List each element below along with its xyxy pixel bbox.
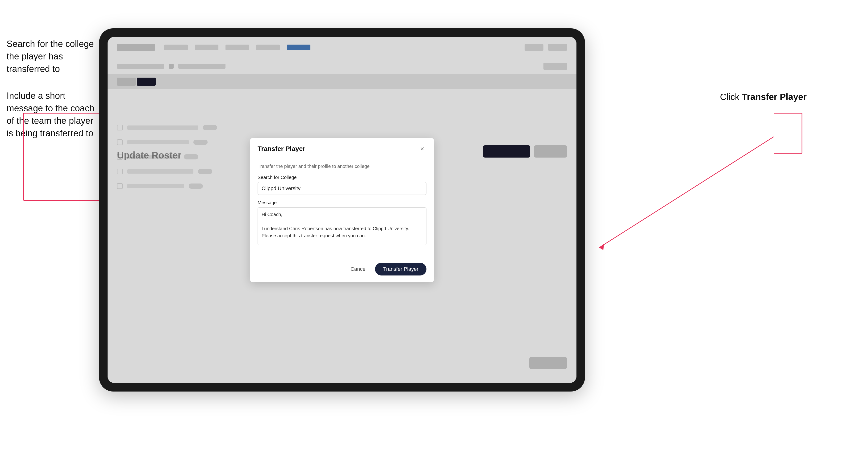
right-annotation: Click Transfer Player — [720, 92, 807, 102]
left-annotation: Search for the college the player has tr… — [7, 38, 96, 154]
annotation-text-1: Search for the college the player has tr… — [7, 38, 96, 75]
search-college-input[interactable] — [257, 182, 427, 195]
annotation-bold: Transfer Player — [742, 92, 807, 102]
modal-header: Transfer Player × — [250, 138, 434, 158]
modal-close-button[interactable]: × — [418, 145, 427, 153]
transfer-player-button[interactable]: Transfer Player — [375, 263, 427, 276]
annotation-prefix: Click — [720, 92, 742, 102]
search-college-label: Search for College — [257, 175, 427, 180]
svg-marker-6 — [599, 244, 604, 250]
modal-title: Transfer Player — [257, 145, 305, 153]
search-college-group: Search for College — [257, 175, 427, 195]
ipad-device: Update Roster — [99, 28, 585, 392]
ipad-screen: Update Roster — [107, 37, 577, 383]
svg-line-5 — [599, 137, 774, 248]
modal-footer: Cancel Transfer Player — [250, 258, 434, 282]
cancel-button[interactable]: Cancel — [346, 263, 371, 275]
message-label: Message — [257, 200, 427, 206]
message-group: Message Hi Coach, I understand Chris Rob… — [257, 200, 427, 246]
message-textarea[interactable]: Hi Coach, I understand Chris Robertson h… — [257, 207, 427, 245]
transfer-player-modal: Transfer Player × Transfer the player an… — [250, 138, 434, 282]
modal-overlay: Transfer Player × Transfer the player an… — [107, 37, 577, 383]
annotation-text-2: Include a short message to the coach of … — [7, 90, 96, 140]
modal-body: Transfer the player and their profile to… — [250, 158, 434, 258]
modal-description: Transfer the player and their profile to… — [257, 164, 427, 169]
